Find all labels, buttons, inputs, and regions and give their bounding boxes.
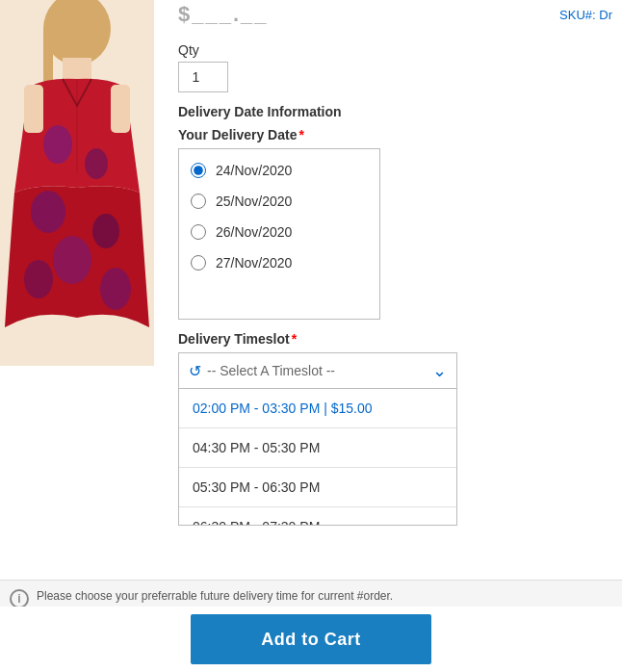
svg-point-4 [43, 125, 72, 164]
timeslot-required-star: * [292, 331, 297, 347]
date-radio-box: 24/Nov/2020 25/Nov/2020 26/Nov/2020 27/N… [178, 148, 380, 320]
timeslot-option-2[interactable]: 04:30 PM - 05:30 PM [179, 428, 456, 468]
required-star: * [298, 127, 303, 142]
svg-rect-11 [24, 85, 43, 133]
price-area: $___.__ SKU#: Dr [178, 0, 612, 35]
timeslot-option-1[interactable]: 02:00 PM - 03:30 PM | $15.00 [179, 389, 456, 428]
svg-point-5 [85, 148, 108, 179]
timeslot-refresh-icon: ↺ [189, 362, 201, 380]
qty-input[interactable] [178, 62, 228, 92]
date-radio-4[interactable] [191, 255, 206, 271]
delivery-date-label: Your Delivery Date* [178, 127, 612, 142]
delivery-info-title: Delivery Date Information [178, 104, 612, 119]
qty-label: Qty [178, 42, 612, 58]
svg-point-7 [92, 214, 119, 248]
timeslot-option-3[interactable]: 05:30 PM - 06:30 PM [179, 468, 456, 507]
qty-section: Qty [178, 42, 612, 92]
date-radio-1[interactable] [191, 163, 206, 178]
date-radio-scroll[interactable]: 24/Nov/2020 25/Nov/2020 26/Nov/2020 27/N… [179, 149, 379, 319]
add-to-cart-button[interactable]: Add to Cart [191, 614, 431, 664]
svg-rect-2 [43, 29, 53, 87]
date-option-4[interactable]: 27/Nov/2020 [179, 247, 379, 278]
timeslot-label: Delivery Timeslot* [178, 331, 612, 347]
timeslot-dropdown[interactable]: ↺ -- Select A Timeslot -- ⌄ [178, 352, 457, 389]
svg-point-6 [31, 191, 65, 233]
content-area: $___.__ SKU#: Dr Qty Delivery Date Infor… [168, 0, 622, 526]
date-radio-3[interactable] [191, 224, 206, 240]
svg-point-9 [24, 260, 53, 298]
price-display: $___.__ [178, 2, 269, 27]
product-image [0, 0, 154, 366]
timeslot-option-4[interactable]: 06:30 PM - 07:30 PM [179, 507, 456, 525]
svg-point-10 [100, 268, 131, 310]
date-option-2[interactable]: 25/Nov/2020 [179, 186, 379, 217]
sku-text: SKU#: Dr [559, 8, 612, 22]
svg-rect-12 [111, 85, 130, 133]
timeslot-placeholder: -- Select A Timeslot -- [207, 363, 432, 378]
timeslot-options-wrapper: 02:00 PM - 03:30 PM | $15.00 04:30 PM - … [178, 389, 457, 526]
svg-point-8 [53, 236, 91, 284]
date-option-3[interactable]: 26/Nov/2020 [179, 217, 379, 247]
notice-text: Please choose your preferrable future de… [37, 588, 612, 605]
date-radio-2[interactable] [191, 194, 206, 209]
timeslot-options-scroll[interactable]: 02:00 PM - 03:30 PM | $15.00 04:30 PM - … [179, 389, 456, 525]
info-icon: i [10, 589, 29, 608]
add-to-cart-section: Add to Cart [0, 607, 622, 672]
chevron-down-icon: ⌄ [432, 360, 447, 381]
date-option-1[interactable]: 24/Nov/2020 [179, 155, 379, 186]
page-wrapper: $___.__ SKU#: Dr Qty Delivery Date Infor… [0, 0, 622, 672]
